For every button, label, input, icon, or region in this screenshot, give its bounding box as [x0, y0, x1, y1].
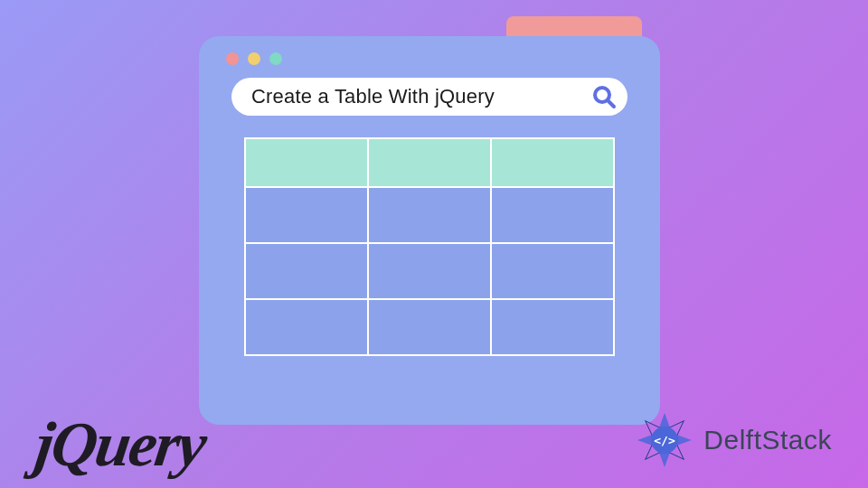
table-header-row [245, 138, 614, 187]
close-icon[interactable] [226, 52, 239, 65]
jquery-logo: jQuery [31, 408, 210, 481]
table-cell [368, 187, 491, 243]
window-controls [226, 52, 638, 65]
table-cell [368, 299, 491, 355]
maximize-icon[interactable] [269, 52, 282, 65]
search-bar[interactable]: Create a Table With jQuery [231, 78, 627, 116]
browser-window: Create a Table With jQuery [199, 36, 660, 425]
demo-table [244, 137, 615, 356]
svg-line-1 [608, 100, 614, 107]
table-cell [491, 299, 614, 355]
table-cell [368, 243, 491, 299]
svg-text:</>: </> [655, 434, 676, 447]
minimize-icon[interactable] [248, 52, 260, 65]
table-cell [491, 243, 614, 299]
table-header-cell [368, 138, 491, 187]
table-row [245, 187, 614, 243]
table-header-cell [491, 138, 614, 187]
search-icon[interactable] [591, 84, 617, 109]
table-row [245, 299, 614, 355]
table-cell [245, 187, 368, 243]
delftstack-logo: </> DelftStack [633, 408, 832, 472]
delftstack-text: DelftStack [703, 425, 832, 455]
table-cell [245, 299, 368, 355]
table-cell [245, 243, 368, 299]
delftstack-icon: </> [633, 408, 696, 472]
table-header-cell [245, 138, 368, 187]
search-text: Create a Table With jQuery [251, 85, 591, 108]
table-cell [491, 187, 614, 243]
table-row [245, 243, 614, 299]
